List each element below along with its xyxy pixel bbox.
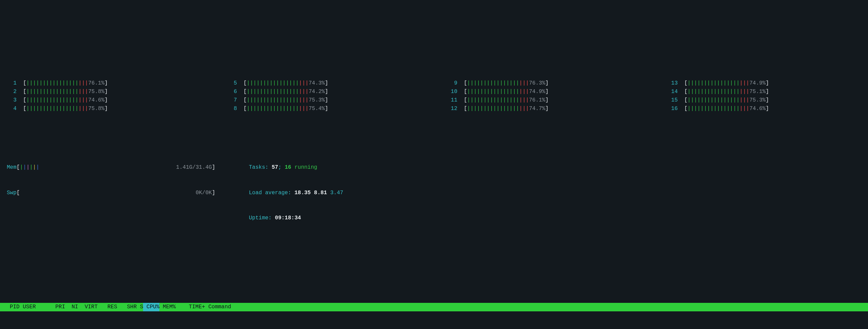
cpu-meter: 6 [|||||||||||||||||||74.2%] [227,88,427,96]
cpu-meter: 1 [|||||||||||||||||||76.1%] [7,79,207,88]
cpu-meter: 2 [|||||||||||||||||||75.8%] [7,88,207,96]
cpu-index: 15 [668,96,678,105]
col-mem[interactable]: MEM% [159,303,176,311]
uptime-value: 09:18:34 [275,215,301,221]
swp-usage: 0K/0K [196,190,212,196]
mem-meter: Mem[||||||1.41G/31.4G] [7,163,249,172]
cpu-percent: 74.2% [309,89,325,95]
cpu-meter: 16 [|||||||||||||||||||74.6%] [668,105,868,113]
col-time[interactable]: TIME+ [176,303,205,311]
col-pri[interactable]: PRI [52,303,65,311]
cpu-index: 16 [668,105,678,113]
cpu-meter: 7 [|||||||||||||||||||75.3%] [227,96,427,105]
cpu-index: 8 [227,105,237,113]
cpu-meter: 9 [|||||||||||||||||||76.3%] [448,79,648,88]
col-shr[interactable]: SHR [117,303,137,311]
cpu-meter: 12 [|||||||||||||||||||74.7%] [448,105,648,113]
cpu-meter: 14 [|||||||||||||||||||75.1%] [668,88,868,96]
cpu-meter: 4 [|||||||||||||||||||75.8%] [7,105,207,113]
col-user[interactable]: USER [20,303,52,311]
cpu-index: 7 [227,96,237,105]
cpu-percent: 74.6% [749,106,766,112]
load-5: 8.81 [314,190,327,196]
cpu-percent: 74.6% [88,97,104,103]
htop-screen: 1 [|||||||||||||||||||76.1%]2 [|||||||||… [0,42,868,329]
load-15: 3.47 [330,190,343,196]
cpu-meter: 11 [|||||||||||||||||||76.1%] [448,96,648,105]
col-s[interactable]: S [137,303,143,311]
cpu-percent: 75.4% [309,106,325,112]
cpu-meter: 10 [|||||||||||||||||||74.9%] [448,88,648,96]
cpu-index: 9 [448,79,457,88]
cpu-percent: 74.3% [309,80,325,86]
uptime-line: Uptime: 09:18:34 [249,214,868,222]
cpu-percent: 75.3% [749,97,766,103]
cpu-index: 5 [227,79,237,88]
status-block: Mem[||||||1.41G/31.4G] Swp[0K/0K] Tasks:… [7,147,868,239]
cpu-index: 11 [448,96,457,105]
cpu-percent: 75.8% [88,106,104,112]
cpu-index: 6 [227,88,237,96]
cpu-meter: 8 [|||||||||||||||||||75.4%] [227,105,427,113]
swp-meter: Swp[0K/0K] [7,189,249,197]
cpu-index: 10 [448,88,457,96]
load-1: 18.35 [294,190,311,196]
cpu-meter-column: 9 [|||||||||||||||||||76.3%]10 [||||||||… [448,79,648,113]
col-pid[interactable]: PID [0,303,20,311]
cpu-meter-column: 1 [|||||||||||||||||||76.1%]2 [|||||||||… [7,79,207,113]
cpu-index: 1 [7,79,17,88]
col-cmd[interactable]: Command [205,303,231,311]
cpu-index: 13 [668,79,678,88]
cpu-index: 3 [7,96,17,105]
cpu-percent: 75.3% [309,97,325,103]
system-status: Tasks: 57; 16 running Load average: 18.3… [249,147,868,239]
cpu-percent: 74.9% [749,80,766,86]
mem-usage: 1.41G/31.4G [176,164,212,170]
cpu-index: 12 [448,105,457,113]
cpu-percent: 76.1% [529,97,545,103]
cpu-meter: 5 [|||||||||||||||||||74.3%] [227,79,427,88]
tasks-total: 57 [272,164,278,170]
mem-swp-block: Mem[||||||1.41G/31.4G] Swp[0K/0K] [7,147,249,239]
cpu-index: 2 [7,88,17,96]
load-line: Load average: 18.35 8.81 3.47 [249,189,868,197]
col-res[interactable]: RES [98,303,117,311]
cpu-meter: 3 [|||||||||||||||||||74.6%] [7,96,207,105]
cpu-index: 4 [7,105,17,113]
cpu-meter-column: 5 [|||||||||||||||||||74.3%]6 [|||||||||… [227,79,427,113]
cpu-percent: 74.7% [529,106,545,112]
col-virt[interactable]: VIRT [78,303,98,311]
cpu-percent: 75.8% [88,89,104,95]
process-header[interactable]: PIDUSERPRINIVIRTRESSHRSCPU%MEM%TIME+Comm… [0,303,868,311]
tasks-line: Tasks: 57; 16 running [249,163,868,172]
cpu-meter-column: 13 [|||||||||||||||||||74.9%]14 [|||||||… [668,79,868,113]
cpu-percent: 76.1% [88,80,104,86]
cpu-meter: 13 [|||||||||||||||||||74.9%] [668,79,868,88]
col-ni[interactable]: NI [65,303,78,311]
cpu-percent: 76.3% [529,80,545,86]
tasks-running: 16 [285,164,291,170]
cpu-meter: 15 [|||||||||||||||||||75.3%] [668,96,868,105]
col-cpu[interactable]: CPU% [143,303,159,311]
cpu-index: 14 [668,88,678,96]
cpu-percent: 75.1% [749,89,766,95]
cpu-meters: 1 [|||||||||||||||||||76.1%]2 [|||||||||… [7,79,868,113]
cpu-percent: 74.9% [529,89,545,95]
